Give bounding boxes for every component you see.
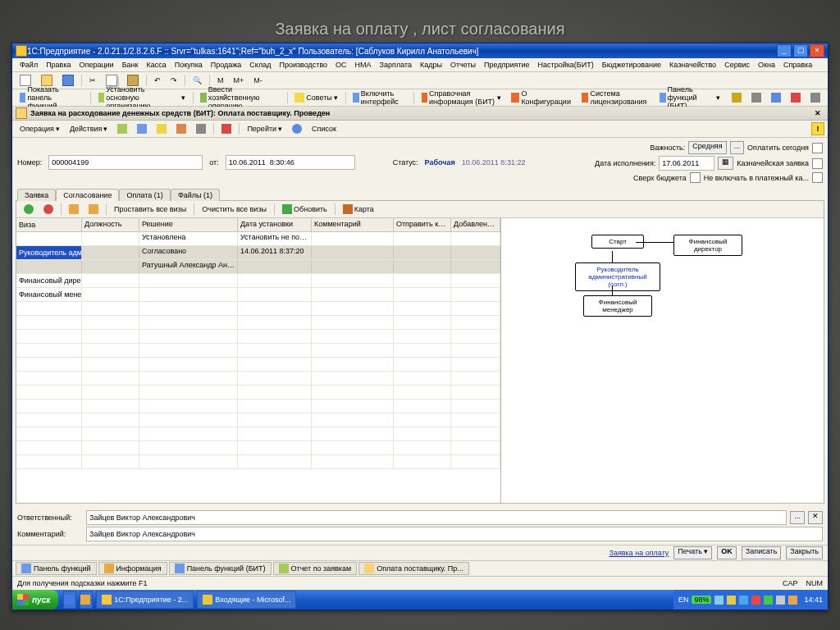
clock[interactable]: 14:41 [801, 596, 823, 604]
menu-4[interactable]: Касса [142, 61, 170, 69]
minimize-button[interactable]: _ [777, 44, 792, 57]
tray-icon7[interactable] [788, 596, 797, 605]
license-button[interactable]: Система лицензирования [578, 88, 654, 107]
table-row[interactable] [16, 316, 500, 330]
table-row[interactable] [16, 330, 500, 344]
table-row[interactable] [16, 455, 500, 469]
ok-button[interactable]: OK [717, 546, 737, 559]
comment-field[interactable] [86, 527, 823, 541]
tray-icon4[interactable] [751, 596, 760, 605]
table-row[interactable] [16, 427, 500, 441]
menu-1[interactable]: Правка [42, 61, 75, 69]
menu-9[interactable]: ОС [331, 61, 351, 69]
ql-icon1[interactable] [63, 591, 76, 609]
enable-ui-button[interactable]: Включить интерфейс [349, 88, 410, 107]
goto-menu[interactable]: Перейти ▾ [243, 123, 286, 135]
actions-menu[interactable]: Действия ▾ [66, 123, 112, 135]
print-button[interactable]: Печать ▾ [673, 546, 712, 559]
menu-16[interactable]: Бюджетирование [598, 61, 665, 69]
person-up-icon[interactable] [65, 203, 83, 216]
table-row[interactable] [16, 399, 500, 413]
window-tab-0[interactable]: Панель функций [16, 562, 97, 575]
tray-icon1[interactable] [714, 596, 724, 605]
map-button[interactable]: Карта [339, 203, 378, 216]
close-button-doc[interactable]: Закрыть [786, 546, 823, 559]
resp-select[interactable]: ... [790, 511, 805, 524]
pay-today-checkbox[interactable] [812, 143, 823, 153]
doc-close[interactable]: ✕ [811, 109, 824, 117]
col-0[interactable]: Виза [16, 218, 82, 231]
exec-date-cal[interactable]: ▦ [718, 157, 733, 170]
menu-14[interactable]: Предприятие [480, 61, 533, 69]
table-row[interactable] [16, 413, 500, 427]
maximize-button[interactable]: ▢ [793, 44, 808, 57]
table-row[interactable] [16, 386, 500, 399]
tray-icon3[interactable] [739, 596, 748, 605]
menu-0[interactable]: Файл [16, 61, 42, 69]
payment-request-link[interactable]: Заявка на оплату [609, 549, 669, 557]
t2-icon5[interactable] [806, 91, 824, 104]
table-row[interactable] [16, 358, 500, 372]
tab-1[interactable]: Согласование [56, 189, 119, 201]
tab-2[interactable]: Оплата (1) [119, 189, 170, 201]
menu-10[interactable]: НМА [351, 61, 376, 69]
importance-button[interactable]: Средняя [688, 141, 726, 154]
table-row[interactable]: Финансовый директор [16, 274, 500, 288]
t2-icon3[interactable] [767, 91, 785, 104]
table-row[interactable] [16, 344, 500, 358]
resp-field[interactable] [86, 510, 787, 525]
col-6[interactable]: Добавлена вручную [451, 218, 500, 231]
importance-more[interactable]: ... [730, 141, 745, 154]
ql-icon2[interactable] [80, 591, 93, 609]
operation-menu[interactable]: Операция ▾ [16, 123, 64, 135]
set-all-button[interactable]: Проставить все визы [110, 203, 190, 215]
col-1[interactable]: Должность [82, 218, 139, 231]
menu-17[interactable]: Казначейство [665, 61, 720, 69]
menu-2[interactable]: Операции [75, 61, 118, 69]
advices-button[interactable]: Советы▾ [290, 91, 341, 104]
tray-icon5[interactable] [764, 596, 773, 605]
dt-help-icon[interactable] [288, 122, 306, 135]
treasury-checkbox[interactable] [812, 158, 823, 169]
dt-icon5[interactable] [192, 122, 210, 135]
menu-8[interactable]: Производство [275, 61, 331, 69]
col-2[interactable]: Решение [139, 218, 238, 231]
battery-icon[interactable]: 98% [692, 596, 711, 604]
approve-icon[interactable] [20, 203, 38, 216]
menu-13[interactable]: Отчеты [446, 61, 480, 69]
table-row[interactable]: УстановленаУстановить не позднее [16, 232, 500, 246]
dt-icon1[interactable] [113, 122, 131, 135]
menu-15[interactable]: Настройка(БИТ) [534, 61, 598, 69]
table-row[interactable] [16, 302, 500, 316]
window-tab-4[interactable]: Оплата поставщику. Пр... [358, 562, 469, 575]
about-button[interactable]: О Конфигурации [507, 88, 577, 107]
warning-icon[interactable]: ! [811, 122, 824, 135]
menu-20[interactable]: Справка [779, 61, 816, 69]
t2-icon4[interactable] [787, 91, 805, 104]
tray-icon2[interactable] [727, 596, 736, 605]
table-row[interactable] [16, 441, 500, 455]
menu-18[interactable]: Сервис [720, 61, 754, 69]
table-row[interactable] [16, 372, 500, 386]
person-down-icon[interactable] [84, 203, 103, 216]
t2-icon1[interactable] [728, 91, 746, 104]
dt-icon6[interactable] [217, 122, 235, 135]
table-row[interactable]: Руководитель административныйСогласовано… [16, 246, 500, 260]
close-button[interactable]: × [810, 44, 824, 57]
ref-info-button[interactable]: Справочная информация (БИТ)▾ [418, 88, 505, 107]
reject-icon[interactable] [39, 203, 57, 216]
start-button[interactable]: пуск [12, 590, 58, 609]
clear-all-button[interactable]: Очистить все визы [198, 203, 271, 215]
col-4[interactable]: Комментарий [312, 218, 394, 231]
menu-19[interactable]: Окна [754, 61, 779, 69]
menu-12[interactable]: Кадры [416, 61, 446, 69]
col-3[interactable]: Дата установки [238, 218, 312, 231]
from-date-field[interactable] [226, 155, 355, 170]
menu-7[interactable]: Склад [245, 61, 275, 69]
menu-5[interactable]: Покупка [171, 61, 207, 69]
menu-6[interactable]: Продажа [207, 61, 246, 69]
task-1c[interactable]: 1С:Предприятие - 2... [96, 591, 194, 609]
tab-3[interactable]: Файлы (1) [171, 189, 220, 201]
dt-icon4[interactable] [172, 122, 190, 135]
dt-icon3[interactable] [153, 122, 171, 135]
